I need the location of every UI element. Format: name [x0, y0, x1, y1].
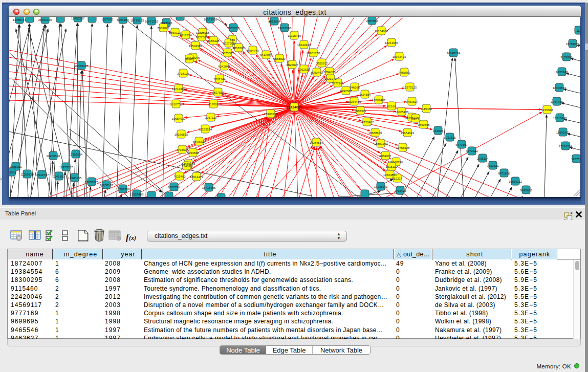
- svg-text:10719155: 10719155: [130, 19, 144, 22]
- svg-text:1615112: 1615112: [386, 165, 398, 168]
- svg-text:8186328: 8186328: [207, 39, 220, 42]
- svg-text:2087862: 2087862: [366, 19, 378, 23]
- svg-text:5933815: 5933815: [444, 136, 456, 139]
- svg-text:5215938: 5215938: [541, 108, 553, 112]
- svg-text:19975857: 19975857: [59, 166, 73, 169]
- svg-text:20206536: 20206536: [47, 155, 60, 158]
- svg-text:9777169: 9777169: [332, 82, 344, 85]
- svg-text:6794028: 6794028: [323, 71, 336, 74]
- svg-text:252214: 252214: [392, 177, 403, 180]
- svg-text:15751074: 15751074: [566, 42, 580, 46]
- svg-text:7986372: 7986372: [354, 110, 366, 113]
- svg-text:15716485: 15716485: [202, 186, 216, 189]
- svg-text:5493822: 5493822: [187, 151, 199, 155]
- svg-text:9227343: 9227343: [556, 71, 568, 74]
- svg-text:10671355: 10671355: [145, 20, 159, 23]
- svg-text:16914479: 16914479: [190, 176, 204, 179]
- svg-text:9327508: 9327508: [223, 42, 235, 45]
- svg-text:8471636: 8471636: [498, 172, 510, 175]
- svg-text:11325419: 11325419: [288, 34, 301, 37]
- svg-text:9657791: 9657791: [168, 186, 180, 189]
- svg-text:(x): (x): [129, 234, 136, 242]
- svg-text:9474444: 9474444: [466, 150, 478, 153]
- svg-text:1733426: 1733426: [394, 189, 406, 192]
- svg-text:8675685: 8675685: [222, 52, 234, 55]
- svg-text:10973493: 10973493: [393, 55, 406, 58]
- svg-text:13353594: 13353594: [199, 128, 212, 131]
- svg-text:19654923: 19654923: [401, 132, 415, 135]
- svg-text:11156829: 11156829: [20, 173, 34, 176]
- svg-text:15300215: 15300215: [264, 113, 278, 116]
- svg-text:19218596: 19218596: [278, 27, 292, 30]
- svg-text:9084067: 9084067: [379, 155, 391, 158]
- svg-text:14055714: 14055714: [13, 18, 27, 21]
- svg-text:16648784: 16648784: [447, 52, 461, 55]
- svg-text:20053346: 20053346: [75, 64, 89, 68]
- svg-text:9245612: 9245612: [520, 189, 532, 192]
- svg-text:5878332: 5878332: [193, 140, 205, 143]
- svg-text:12213987: 12213987: [385, 41, 399, 45]
- svg-text:1485001: 1485001: [10, 165, 22, 168]
- svg-text:20691406: 20691406: [38, 18, 52, 21]
- svg-text:1145190: 1145190: [53, 175, 66, 178]
- svg-text:9844: 9844: [412, 117, 419, 120]
- svg-text:8813054: 8813054: [268, 20, 280, 23]
- svg-text:18720407: 18720407: [360, 121, 374, 124]
- svg-text:10853257: 10853257: [71, 17, 85, 20]
- svg-text:15692971: 15692971: [556, 131, 570, 134]
- svg-text:8912954: 8912954: [180, 34, 192, 37]
- svg-text:7955812: 7955812: [316, 62, 328, 65]
- svg-text:10025438: 10025438: [395, 111, 409, 114]
- svg-text:1362615: 1362615: [298, 68, 310, 71]
- svg-text:17942737: 17942737: [35, 173, 49, 177]
- svg-text:12923468: 12923468: [130, 193, 144, 196]
- svg-text:7625402: 7625402: [173, 175, 186, 178]
- svg-text:1610752: 1610752: [170, 103, 182, 106]
- svg-text:9129906: 9129906: [560, 56, 573, 59]
- svg-text:9463627: 9463627: [406, 100, 418, 103]
- svg-text:6497508: 6497508: [340, 90, 352, 93]
- svg-text:12975125: 12975125: [403, 86, 417, 89]
- svg-text:18807299: 18807299: [374, 142, 388, 145]
- svg-text:746266: 746266: [350, 86, 360, 89]
- svg-text:2867608: 2867608: [232, 47, 245, 50]
- svg-text:3267110: 3267110: [205, 116, 217, 119]
- svg-text:16154808: 16154808: [375, 30, 388, 33]
- svg-text:2803144: 2803144: [213, 78, 226, 81]
- svg-text:19654933: 19654933: [172, 117, 186, 120]
- svg-text:20364436: 20364436: [347, 100, 361, 103]
- svg-text:12213382: 12213382: [172, 87, 186, 91]
- svg-text:19384554: 19384554: [310, 141, 323, 144]
- svg-text:13524851: 13524851: [383, 173, 397, 177]
- svg-text:10654112: 10654112: [509, 180, 522, 183]
- svg-text:7515526: 7515526: [160, 21, 172, 25]
- svg-text:9115460: 9115460: [421, 107, 433, 111]
- svg-text:16033809: 16033809: [204, 18, 217, 21]
- svg-text:17016504: 17016504: [559, 145, 573, 148]
- svg-text:16961758: 16961758: [307, 52, 320, 55]
- svg-text:19166825: 19166825: [175, 133, 188, 136]
- svg-text:2718126: 2718126: [177, 72, 189, 75]
- svg-text:3822037: 3822037: [286, 63, 298, 67]
- svg-text:164095: 164095: [433, 129, 444, 133]
- svg-text:16210643: 16210643: [553, 117, 567, 120]
- svg-text:14136141: 14136141: [374, 185, 388, 188]
- svg-text:17359934: 17359934: [69, 153, 83, 156]
- svg-text:9827552: 9827552: [212, 91, 224, 94]
- svg-text:9242848: 9242848: [218, 65, 230, 68]
- svg-text:13226058: 13226058: [196, 31, 210, 34]
- svg-text:10756928: 10756928: [396, 146, 410, 149]
- svg-text:7485063: 7485063: [398, 71, 410, 74]
- svg-text:18724007: 18724007: [286, 105, 302, 109]
- svg-text:3824554: 3824554: [359, 93, 371, 96]
- svg-text:111: 111: [576, 29, 581, 32]
- svg-text:9146821: 9146821: [260, 54, 272, 57]
- svg-text:12905135: 12905135: [68, 177, 82, 180]
- svg-text:1244415: 1244415: [551, 100, 563, 103]
- svg-text:17957225: 17957225: [85, 181, 99, 184]
- svg-text:7632621: 7632621: [487, 164, 499, 167]
- svg-text:546: 546: [230, 38, 235, 41]
- svg-text:7663822: 7663822: [157, 27, 169, 30]
- svg-text:116753: 116753: [571, 158, 581, 161]
- svg-text:9699695: 9699695: [418, 123, 430, 126]
